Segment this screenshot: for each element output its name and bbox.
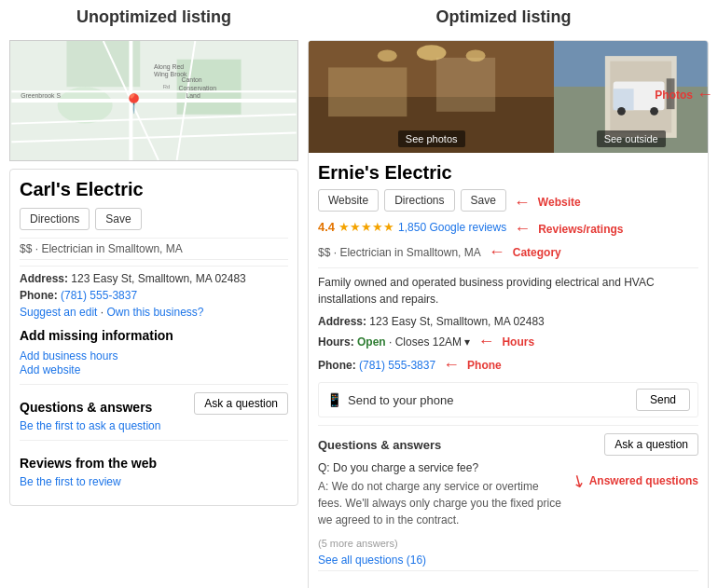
left-action-buttons: Directions Save bbox=[20, 208, 288, 230]
website-annotation: Website bbox=[538, 196, 581, 209]
phone-icon: 📱 bbox=[326, 392, 342, 407]
svg-text:Along Red: Along Red bbox=[154, 63, 184, 71]
hours-arrow: ← bbox=[477, 332, 494, 351]
send-button[interactable]: Send bbox=[636, 389, 690, 411]
right-address: 123 Easy St, Smalltown, MA 02483 bbox=[369, 315, 544, 328]
left-address-label: Address: bbox=[20, 272, 68, 285]
send-to-phone-label: Send to your phone bbox=[348, 393, 453, 407]
page-wrapper: Unoptimized listing Optimized listing bbox=[0, 0, 718, 588]
left-address: 123 Easy St, Smalltown, MA 02483 bbox=[71, 272, 245, 285]
left-qa-header: Questions & answers bbox=[20, 400, 160, 415]
right-description: Family owned and operated business provi… bbox=[318, 274, 698, 308]
answered-arrow: ↙ bbox=[567, 469, 589, 494]
left-save-button[interactable]: Save bbox=[95, 208, 141, 230]
svg-point-24 bbox=[466, 49, 486, 62]
category-annotation: Category bbox=[513, 246, 561, 259]
right-review-count[interactable]: 1,850 Google reviews bbox=[398, 221, 506, 234]
right-price-category: $$ · Electrician in Smalltown, MA bbox=[318, 246, 481, 259]
right-qa-header: Questions & answers bbox=[318, 438, 441, 452]
svg-point-32 bbox=[651, 107, 659, 116]
hours-annotation: Hours bbox=[502, 335, 534, 349]
svg-text:Conservation: Conservation bbox=[179, 85, 217, 91]
left-ask-button[interactable]: Ask a question bbox=[194, 392, 288, 415]
left-add-missing-header: Add missing information bbox=[20, 328, 288, 343]
left-phone-label: Phone: bbox=[20, 289, 58, 302]
photo-main-overlay: See photos bbox=[309, 130, 554, 147]
right-listing-card: See photos bbox=[308, 40, 709, 588]
left-reviews-prompt[interactable]: Be the first to review bbox=[20, 475, 121, 488]
right-address-line: Address: 123 Easy St, Smalltown, MA 0248… bbox=[318, 315, 698, 328]
right-qa-more: (5 more answers) bbox=[318, 538, 698, 549]
right-phone[interactable]: (781) 555-3837 bbox=[359, 359, 435, 372]
photo-main[interactable]: See photos bbox=[309, 41, 554, 153]
right-ask-button[interactable]: Ask a question bbox=[604, 433, 698, 456]
right-stars: ★★★★★ bbox=[338, 220, 394, 234]
svg-point-23 bbox=[378, 49, 397, 62]
photos-annotation-arrow: ← bbox=[697, 85, 713, 104]
right-qa-see-all[interactable]: See all questions (16) bbox=[318, 554, 426, 567]
right-address-label: Address: bbox=[318, 315, 366, 328]
right-hours-open: Open bbox=[357, 335, 386, 349]
map-svg: Along Red Wing Brook Rd Canton Conservat… bbox=[10, 41, 297, 160]
photos-annotation-label: Photos bbox=[655, 89, 693, 102]
photos-annotation-block: Photos ← bbox=[655, 85, 713, 104]
left-business-name: Carl's Electric bbox=[20, 179, 288, 200]
left-reviews-section: Reviews from the web Be the first to rev… bbox=[20, 440, 288, 488]
reviews-annotation: Reviews/ratings bbox=[538, 223, 623, 236]
category-arrow: ← bbox=[489, 242, 505, 262]
svg-text:Greenbrook S: Greenbrook S bbox=[21, 92, 61, 99]
svg-text:Land: Land bbox=[186, 92, 200, 99]
photo-side-label: See outside bbox=[597, 130, 666, 147]
left-directions-button[interactable]: Directions bbox=[20, 208, 90, 230]
right-hours-label: Hours: bbox=[318, 335, 354, 349]
left-add-missing: Add business hours Add website bbox=[20, 349, 288, 376]
left-suggest-edit-link[interactable]: Suggest an edit bbox=[20, 306, 97, 319]
right-hours-line: Hours: Open · Closes 12AM ▾ bbox=[318, 335, 470, 349]
map-pin: 📍 bbox=[122, 92, 145, 115]
photos-row: See photos bbox=[309, 41, 708, 153]
left-listing-card: Carl's Electric Directions Save $$ · Ele… bbox=[9, 169, 298, 506]
left-address-line: Address: 123 Easy St, Smalltown, MA 0248… bbox=[20, 272, 288, 285]
svg-text:Canton: Canton bbox=[182, 76, 202, 83]
left-qa-prompt[interactable]: Be the first to ask a question bbox=[20, 419, 160, 432]
right-hours-detail[interactable]: · Closes 12AM ▾ bbox=[389, 335, 470, 349]
left-qa-section: Questions & answers Be the first to ask … bbox=[20, 384, 288, 432]
right-qa-answer: A: We do not charge any service or overt… bbox=[318, 478, 564, 528]
answered-annotation: Answered questions bbox=[589, 474, 698, 487]
reviews-arrow: ← bbox=[514, 219, 531, 239]
right-reviews-section: Reviews from the web 4.4/5 Facebook 1,28… bbox=[318, 570, 698, 588]
left-add-hours-link[interactable]: Add business hours bbox=[20, 349, 117, 362]
opt-body: Ernie's Electric Website Directions Save… bbox=[309, 153, 708, 588]
svg-rect-20 bbox=[328, 67, 407, 116]
left-own-business-link[interactable]: Own this business? bbox=[106, 306, 203, 319]
left-phone-line: Phone: (781) 555-3837 bbox=[20, 289, 288, 302]
left-price: $$ bbox=[20, 242, 32, 255]
right-action-buttons: Website Directions Save bbox=[318, 189, 506, 212]
right-website-button[interactable]: Website bbox=[318, 189, 379, 212]
rating-row: 4.4 ★★★★★ 1,850 Google reviews bbox=[318, 220, 506, 234]
phone-arrow: ← bbox=[443, 355, 460, 375]
right-rating-num: 4.4 bbox=[318, 220, 335, 234]
right-directions-button[interactable]: Directions bbox=[384, 189, 454, 212]
left-price-category: $$ · Electrician in Smalltown, MA bbox=[20, 238, 288, 260]
left-qa-row: Questions & answers Be the first to ask … bbox=[20, 392, 288, 432]
svg-rect-21 bbox=[436, 58, 495, 112]
right-phone-line: Phone: (781) 555-3837 bbox=[318, 359, 435, 372]
main-container: Along Red Wing Brook Rd Canton Conservat… bbox=[0, 31, 718, 588]
website-arrow: ← bbox=[514, 193, 531, 212]
right-business-name: Ernie's Electric bbox=[318, 162, 698, 184]
right-category: Electrician in Smalltown, MA bbox=[339, 246, 480, 259]
left-reviews-header: Reviews from the web bbox=[20, 456, 288, 471]
right-qa-section: Questions & answers Ask a question Q: Do… bbox=[318, 425, 698, 567]
right-qa-header-row: Questions & answers Ask a question bbox=[318, 433, 698, 456]
photo-main-label: See photos bbox=[398, 130, 465, 147]
svg-point-31 bbox=[617, 107, 626, 116]
svg-text:Rd: Rd bbox=[163, 84, 171, 89]
right-qa-question: Q: Do you charge a service fee? bbox=[318, 461, 564, 474]
map-area: Along Red Wing Brook Rd Canton Conservat… bbox=[9, 40, 298, 161]
left-category: Electrician in Smalltown, MA bbox=[41, 242, 182, 255]
svg-rect-30 bbox=[614, 89, 634, 110]
left-add-website-link[interactable]: Add website bbox=[20, 363, 80, 376]
right-save-button[interactable]: Save bbox=[461, 189, 506, 212]
left-phone[interactable]: (781) 555-3837 bbox=[61, 289, 137, 302]
